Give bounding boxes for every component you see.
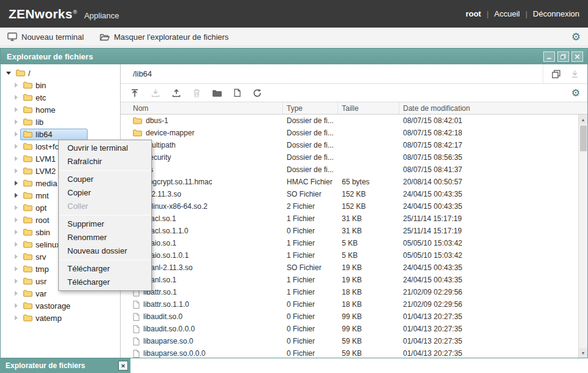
hide-explorer-button[interactable]: Masquer l'explorateur de fichiers <box>100 32 228 42</box>
expand-arrow-icon[interactable] <box>12 266 20 271</box>
table-row-libauparse-so-0-0-0[interactable]: libauparse.so.0.0.0 0 Fichier 59 KB 01/0… <box>121 347 587 358</box>
file-actions-toolbar: ⚙ <box>121 84 587 102</box>
up-directory-button[interactable] <box>130 89 139 97</box>
minimized-explorer-tab[interactable]: Explorateur de fichiers × <box>0 358 130 373</box>
menu-item-t-l-charger[interactable]: Télécharger <box>59 262 151 276</box>
table-row-libanl-so-1[interactable]: libanl.so.1 1 Fichier 19 KB 24/04/15 00:… <box>121 274 587 286</box>
column-header-type[interactable]: Type <box>283 102 338 114</box>
table-row-dbus-1[interactable]: dbus-1 Dossier de fi... 08/07/15 08:42:0… <box>121 115 587 127</box>
table-row-libgcrypt-so-11-hmac[interactable]: .libgcrypt.so.11.hmac HMAC Fichier 65 by… <box>121 176 587 188</box>
table-row-libattr-so-1-1-0[interactable]: libattr.so.1.1.0 0 Fichier 18 KB 21/02/0… <box>121 298 587 311</box>
menu-item-supprimer[interactable]: Supprimer <box>59 217 151 231</box>
tree-item-vatemp[interactable]: vatemp <box>1 312 120 324</box>
file-date: 24/04/15 00:43:35 <box>399 190 587 198</box>
home-link[interactable]: Accueil <box>494 9 520 18</box>
table-row-libaio-so-1[interactable]: libaio.so.1 1 Fichier 5 KB 05/05/10 15:0… <box>121 237 587 249</box>
tree-item-vastorage[interactable]: vastorage <box>1 300 120 312</box>
table-row-libaio-so-1-0-1[interactable]: libaio.so.1.0.1 1 Fichier 5 KB 05/05/10 … <box>121 249 587 262</box>
expand-arrow-icon[interactable] <box>12 156 20 161</box>
scroll-down-button[interactable]: ▼ <box>579 348 587 358</box>
folder-icon <box>23 314 32 322</box>
expand-arrow-icon[interactable] <box>12 205 20 210</box>
table-row-multipath[interactable]: multipath Dossier de fi... 08/07/15 08:4… <box>121 139 587 151</box>
tree-item-home[interactable]: home <box>1 104 120 116</box>
expand-arrow-icon[interactable] <box>12 119 20 124</box>
logout-link[interactable]: Déconnexion <box>533 9 579 18</box>
copy-path-button[interactable] <box>552 70 560 78</box>
collapse-arrow-icon[interactable] <box>4 72 13 75</box>
table-row-libauparse-so-0[interactable]: libauparse.so.0 0 Fichier 59 KB 01/04/13… <box>121 335 587 347</box>
vertical-scrollbar[interactable]: ▲ ▼ <box>578 115 587 358</box>
file-rows: dbus-1 Dossier de fi... 08/07/15 08:42:0… <box>121 115 587 358</box>
settings-gear-icon[interactable]: ⚙ <box>571 32 581 42</box>
new-folder-button[interactable] <box>213 89 222 97</box>
expand-arrow-icon[interactable] <box>12 315 20 320</box>
upload-file-button[interactable] <box>172 89 181 97</box>
expand-arrow-icon[interactable] <box>12 217 20 222</box>
expand-arrow-icon[interactable] <box>12 144 20 149</box>
tree-item-lib64[interactable]: lib64 <box>1 128 120 140</box>
scroll-up-button[interactable]: ▲ <box>579 115 587 124</box>
expand-arrow-icon[interactable] <box>12 230 20 235</box>
expand-arrow-icon[interactable] <box>12 303 20 308</box>
expand-arrow-icon[interactable] <box>12 95 20 100</box>
file-icon <box>133 337 140 345</box>
expand-arrow-icon[interactable] <box>12 279 20 284</box>
minimize-button[interactable] <box>543 51 555 62</box>
scrollbar-thumb[interactable] <box>580 126 587 151</box>
column-header-size[interactable]: Taille <box>338 102 399 114</box>
tree-item-label: etc <box>36 93 46 102</box>
tree-item-bin[interactable]: bin <box>1 79 120 91</box>
new-file-button[interactable] <box>234 89 241 97</box>
file-type: SO Fichier <box>283 190 338 198</box>
table-row-libanl-2-11-3-so[interactable]: libanl-2.11.3.so SO Fichier 19 KB 24/04/… <box>121 262 587 274</box>
tree-item-lib[interactable]: lib <box>1 116 120 128</box>
file-type: 1 Fichier <box>283 251 338 260</box>
file-date: 08/07/15 08:56:35 <box>399 153 587 162</box>
menu-item-couper[interactable]: Couper <box>59 173 151 186</box>
restore-button[interactable] <box>557 51 569 62</box>
taskbar-close-button[interactable]: × <box>118 361 128 371</box>
expand-arrow-icon[interactable] <box>12 291 20 296</box>
restore-icon <box>560 54 566 59</box>
file-type: SO Fichier <box>283 263 338 272</box>
expand-arrow-icon[interactable] <box>12 181 20 186</box>
tree-item-label: lib64 <box>36 130 52 139</box>
tree-item-root[interactable]: / <box>1 67 120 79</box>
column-header-date[interactable]: Date de modification <box>399 102 587 114</box>
tree-item-etc[interactable]: etc <box>1 91 120 104</box>
menu-item-renommer[interactable]: Renommer <box>59 231 151 244</box>
table-row-tls[interactable]: tls Dossier de fi... 08/07/15 08:41:37 <box>121 164 587 176</box>
expand-arrow-icon[interactable] <box>12 193 20 198</box>
table-row-libacl-so-1[interactable]: libacl.so.1 1 Fichier 31 KB 25/11/14 15:… <box>121 213 587 225</box>
tree-item-label: usr <box>36 277 47 286</box>
file-type: 1 Fichier <box>283 214 338 223</box>
menu-item-rafra-chir[interactable]: Rafraîchir <box>59 155 151 168</box>
expand-arrow-icon[interactable] <box>12 83 20 88</box>
table-row-security[interactable]: security Dossier de fi... 08/07/15 08:56… <box>121 151 587 164</box>
table-row-ld-linux-x86-64-so-2[interactable]: ld-linux-x86-64.so.2 2 Fichier 152 KB 24… <box>121 200 587 213</box>
table-row-libaudit-so-0[interactable]: libaudit.so.0 0 Fichier 99 KB 01/04/13 2… <box>121 311 587 323</box>
new-terminal-button[interactable]: Nouveau terminal <box>7 32 84 42</box>
expand-arrow-icon[interactable] <box>12 168 20 173</box>
menu-item-copier[interactable]: Copier <box>59 186 151 200</box>
menu-item-nouveau-dossier[interactable]: Nouveau dossier <box>59 244 151 258</box>
expand-arrow-icon[interactable] <box>12 132 20 137</box>
table-row-ld-2-11-3-so[interactable]: ld-2.11.3.so SO Fichier 152 KB 24/04/15 … <box>121 188 587 200</box>
expand-arrow-icon[interactable] <box>12 254 20 259</box>
column-header-name[interactable]: Nom <box>121 102 283 114</box>
menu-item-ouvrir-le-terminal[interactable]: Ouvrir le terminal <box>59 141 151 155</box>
window-titlebar[interactable]: Explorateur de fichiers <box>1 48 587 64</box>
refresh-button[interactable] <box>253 89 262 97</box>
tree-item-label: LVM2 <box>36 167 56 176</box>
expand-arrow-icon[interactable] <box>12 107 20 112</box>
table-row-libaudit-so-0-0-0[interactable]: libaudit.so.0.0.0 0 Fichier 99 KB 01/04/… <box>121 323 587 335</box>
table-row-device-mapper[interactable]: device-mapper Dossier de fi... 08/07/15 … <box>121 127 587 139</box>
folder-icon <box>23 179 32 187</box>
list-settings-gear-icon[interactable]: ⚙ <box>571 88 580 98</box>
table-row-libattr-so-1[interactable]: libattr.so.1 1 Fichier 18 KB 21/02/09 02… <box>121 286 587 298</box>
expand-arrow-icon[interactable] <box>12 242 20 247</box>
menu-item-t-l-charger[interactable]: Télécharger <box>59 276 151 289</box>
close-button[interactable] <box>571 51 583 62</box>
table-row-libacl-so-1-1-0[interactable]: libacl.so.1.1.0 0 Fichier 31 KB 25/11/14… <box>121 225 587 237</box>
